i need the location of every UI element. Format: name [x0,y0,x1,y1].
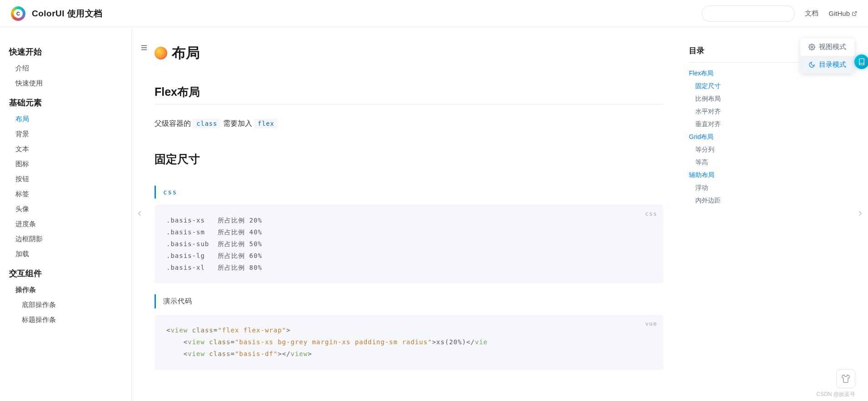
vue-code-block: vue <view class="flex flex-wrap"> <view … [155,315,663,370]
sidebar-item[interactable]: 布局 [9,112,131,127]
external-link-icon [852,11,857,16]
code-line: .basis-lg 所占比例 60% [166,250,652,262]
toc-item[interactable]: 等分列 [689,144,857,156]
toc-item[interactable]: 辅助布局 [689,169,857,182]
sidebar-item[interactable]: 图标 [9,157,131,172]
main: 布局 Flex布局 父级容器的 class 需要加入 flex 固定尺寸 css… [132,27,868,401]
nav-github-label: GitHub [828,10,850,17]
code-line: .basis-xs 所占比例 20% [166,215,652,227]
sidebar-item[interactable]: 边框阴影 [9,232,131,247]
sidebar-item[interactable]: 按钮 [9,172,131,187]
inline-code-flex: flex [254,119,278,129]
mode-view-button[interactable]: 视图模式 [800,38,854,56]
mode-popup: 视图模式 目录模式 [800,38,854,74]
book-icon [858,58,865,65]
code-lang-label: css [645,208,657,219]
toc-item[interactable]: 内外边距 [689,194,857,207]
code-line: <view class="flex flex-wrap"> [166,325,652,337]
sidebar: 快速开始介绍快速使用基础元素布局背景文本图标按钮标签头像进度条边框阴影加载交互组… [0,27,132,401]
nav-doc-link[interactable]: 文档 [805,9,818,18]
sidebar-item[interactable]: 底部操作条 [9,297,131,312]
sidebar-item[interactable]: 标签 [9,187,131,202]
layout: 快速开始介绍快速使用基础元素布局背景文本图标按钮标签头像进度条边框阴影加载交互组… [0,0,868,401]
sidebar-item[interactable]: 介绍 [9,61,131,76]
search-input[interactable] [712,10,792,17]
page-title: 布局 [155,44,663,63]
logo-icon [11,6,25,21]
float-action-button[interactable] [836,369,855,388]
mode-toc-label: 目录模式 [819,60,846,69]
toc-item[interactable]: 等高 [689,156,857,169]
toc-item[interactable]: 固定尺寸 [689,80,857,93]
watermark: CSDN @故蓝寻 [816,391,855,398]
toc-item[interactable]: Grid布局 [689,131,857,144]
moon-icon [808,61,815,68]
svg-line-1 [854,11,857,14]
code-line: <view class="basis-xs bg-grey margin-xs … [166,337,652,348]
toc-fab-button[interactable] [854,54,868,69]
code-line: .basis-sm 所占比例 40% [166,227,652,238]
sidebar-item[interactable]: 文本 [9,142,131,157]
gear-icon [808,44,815,50]
chevron-right-icon [856,209,864,218]
code-line: .basis-sub 所占比例 50% [166,238,652,250]
toc-item[interactable]: 垂直对齐 [689,118,857,131]
toc-item[interactable]: 比例布局 [689,93,857,105]
heading-flex: Flex布局 [155,84,663,104]
page-title-text: 布局 [172,44,200,63]
code-tab-css[interactable]: css [155,186,185,198]
code-line: .basis-xl 所占比例 80% [166,262,652,274]
nav-github-link[interactable]: GitHub [828,10,857,17]
prev-page-button[interactable] [133,207,146,222]
sidebar-item[interactable]: 标题操作条 [9,312,131,327]
menu-toggle-button[interactable] [140,44,148,54]
svg-point-5 [811,46,813,48]
text: 需要加入 [223,119,254,127]
toc-list: Flex布局固定尺寸比例布局水平对齐垂直对齐Grid布局等分列等高辅助布局浮动内… [689,62,857,207]
sidebar-group-title: 快速开始 [9,40,131,61]
next-page-button[interactable] [853,207,867,222]
heading-fixed-size: 固定尺寸 [155,152,663,167]
search-box[interactable] [702,5,795,22]
css-code-block: css .basis-xs 所占比例 20%.basis-sm 所占比例 40%… [155,205,663,283]
code-lang-label: vue [645,318,657,329]
code-tab-demo[interactable]: 演示代码 [155,294,200,308]
chevron-left-icon [135,209,144,218]
text: 父级容器的 [155,119,193,127]
toc-panel: 目录 Flex布局固定尺寸比例布局水平对齐垂直对齐Grid布局等分列等高辅助布局… [686,27,868,401]
sidebar-group-title: 基础元素 [9,91,131,112]
sidebar-group-title: 交互组件 [9,262,131,282]
site-title: ColorUI 使用文档 [32,8,103,20]
sidebar-item[interactable]: 背景 [9,127,131,142]
header: ColorUI 使用文档 文档 GitHub [0,0,868,27]
sidebar-item[interactable]: 加载 [9,247,131,262]
content: 布局 Flex布局 父级容器的 class 需要加入 flex 固定尺寸 css… [132,27,686,401]
mode-toc-button[interactable]: 目录模式 [800,56,854,74]
mode-view-label: 视图模式 [819,43,846,51]
code-line: <view class="basis-df"></view> [166,348,652,360]
sidebar-item[interactable]: 快速使用 [9,76,131,91]
page-title-icon [155,47,167,59]
header-right: 文档 GitHub [702,5,857,22]
shirt-icon [841,374,850,383]
hamburger-icon [140,44,148,52]
sidebar-item[interactable]: 头像 [9,202,131,217]
toc-item[interactable]: 水平对齐 [689,105,857,118]
toc-item[interactable]: 浮动 [689,182,857,194]
sidebar-item[interactable]: 进度条 [9,217,131,232]
sidebar-item[interactable]: 操作条 [9,282,131,297]
flex-intro-paragraph: 父级容器的 class 需要加入 flex [155,116,663,131]
inline-code-class: class [193,119,221,129]
